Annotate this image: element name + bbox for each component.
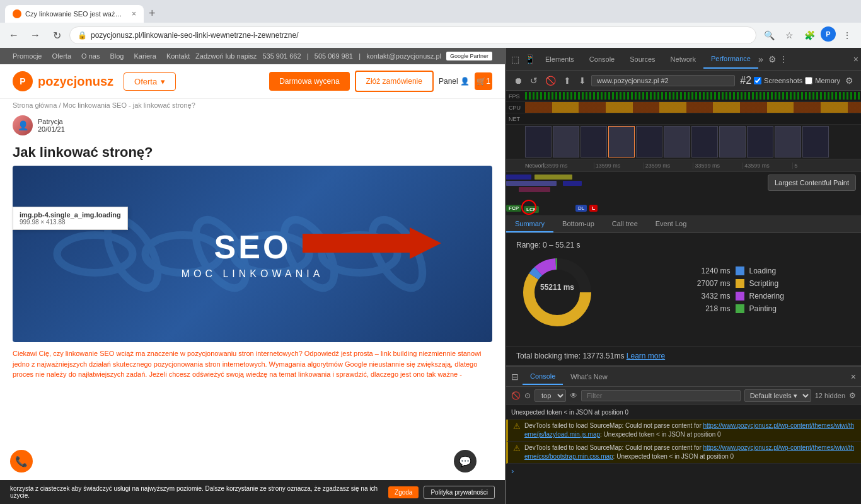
clear-button[interactable]: 🚫 <box>543 74 558 87</box>
zgoda-button[interactable]: Zgoda <box>388 486 419 498</box>
oferta-dropdown-button[interactable]: Oferta ▾ <box>124 72 176 91</box>
screenshot-10 <box>775 126 801 158</box>
topbar-link-promocje[interactable]: Promocje <box>13 52 42 60</box>
phone-float-button[interactable]: 📞 <box>10 450 33 472</box>
back-button[interactable]: ← <box>5 26 23 44</box>
topbar-link-oferta[interactable]: Oferta <box>52 52 71 60</box>
privacy-policy-button[interactable]: Polityka prywatności <box>424 486 495 499</box>
active-tab[interactable]: Czy linkowanie SEO jest ważne? × <box>5 5 144 23</box>
warn-icon-1: ⚠ <box>513 421 521 431</box>
summary-tab-summary[interactable]: Summary <box>506 216 553 232</box>
author-date: 20/01/21 <box>38 125 65 133</box>
tab-network[interactable]: Network <box>663 50 703 68</box>
bookmark-icon-button[interactable]: ☆ <box>780 26 798 44</box>
console-context-select[interactable]: top <box>535 389 566 402</box>
reload-record-button[interactable]: ↺ <box>528 74 540 87</box>
seo-sub-text: MOC LINKOWANIA <box>182 268 324 280</box>
summary-tab-bottom-up[interactable]: Bottom-up <box>553 216 603 232</box>
author-info: Patrycja 20/01/21 <box>38 118 65 133</box>
memory-label-text: Memory <box>815 77 840 84</box>
more-tabs-icon[interactable]: » <box>758 54 763 64</box>
devtools-close-button[interactable]: × <box>853 54 858 64</box>
ruler-13599: 13599 ms <box>594 163 644 169</box>
net-row: NET <box>506 113 861 125</box>
header-buttons: Darmowa wycena Złóż zamówienie Panel 👤 🛒… <box>269 71 492 92</box>
author-name: Patrycja <box>38 118 65 125</box>
console-close-button[interactable]: × <box>851 372 856 382</box>
tab-sources[interactable]: Sources <box>622 50 662 68</box>
devtools-inspect-icon[interactable]: ⬚ <box>509 52 522 67</box>
tab-performance[interactable]: Performance <box>703 50 758 69</box>
total-blocking-text: Total blocking time: 13773.51ms <box>516 352 624 360</box>
warning-2-link[interactable]: https://www.pozycjonusz.pl/wp-content/th… <box>524 444 854 460</box>
devtools-device-icon[interactable]: 📱 <box>522 52 538 67</box>
more-options-icon[interactable]: ⋮ <box>779 54 788 64</box>
console-tab-console[interactable]: Console <box>523 369 563 385</box>
main-area: Promocje Oferta O nas Blog Kariera Konta… <box>0 48 861 504</box>
topbar-link-onas[interactable]: O nas <box>81 52 100 60</box>
panel-button[interactable]: Panel 👤 <box>439 77 470 86</box>
lcp-tooltip-text: Largest Contentful Paint <box>775 179 849 186</box>
total-blocking-section: Total blocking time: 13773.51ms Learn mo… <box>506 346 861 365</box>
cpu-bar <box>525 102 861 113</box>
lock-icon: 🔒 <box>78 31 87 40</box>
cart-button[interactable]: 🛒 1 <box>475 72 492 90</box>
console-filter-icon[interactable]: ⊙ <box>524 391 531 400</box>
darmowa-wycena-button[interactable]: Darmowa wycena <box>269 72 349 91</box>
painting-ms: 218 ms <box>693 304 731 313</box>
console-expand-icon[interactable]: ⊟ <box>511 372 519 382</box>
donut-svg: 55211 ms <box>519 255 595 330</box>
tab-console[interactable]: Console <box>582 50 622 68</box>
summary-tab-call-tree[interactable]: Call tree <box>603 216 647 232</box>
console-filter-input[interactable] <box>581 390 741 401</box>
tab-close-button[interactable]: × <box>132 9 136 18</box>
msg-warning-1-text: DevTools failed to load SourceMap: Could… <box>524 421 856 439</box>
summary-tab-event-log[interactable]: Event Log <box>647 216 696 232</box>
extensions-icon-button[interactable]: 🧩 <box>800 26 818 44</box>
perf-settings-button[interactable]: ⚙ <box>843 74 856 87</box>
memory-checkbox[interactable] <box>805 77 812 84</box>
console-levels-select[interactable]: Default levels ▾ <box>744 389 811 402</box>
zloz-zamowienie-button[interactable]: Złóż zamówienie <box>355 71 434 92</box>
forward-button[interactable]: → <box>26 26 44 44</box>
upload-button[interactable]: ⬆ <box>561 74 574 87</box>
search-icon-button[interactable]: 🔍 <box>760 26 778 44</box>
perf-url-input[interactable] <box>591 75 735 86</box>
tab-elements[interactable]: Elements <box>538 50 582 68</box>
download-button[interactable]: ⬇ <box>576 74 589 87</box>
screenshot-5 <box>636 126 662 158</box>
address-bar[interactable]: 🔒 pozycjonusz.pl/linkowanie-seo-linki-we… <box>69 26 756 44</box>
profile-button[interactable]: P <box>821 26 836 42</box>
site-logo: P pozycjonusz <box>13 71 113 91</box>
msg-unexpected-text: Unexpected token < in JSON at position 0 <box>511 408 856 417</box>
console-clear-button[interactable]: 🚫 <box>511 391 521 400</box>
console-section: ⊟ Console What's New × 🚫 ⊙ top 👁 Default… <box>506 365 861 504</box>
console-msg-unexpected: Unexpected token < in JSON at position 0 <box>506 406 861 420</box>
warning-1-link[interactable]: https://www.pozycjonusz.pl/wp-content/th… <box>524 422 854 438</box>
screenshot-1 <box>525 126 552 158</box>
reload-button[interactable]: ↻ <box>48 26 66 44</box>
summary-left: Range: 0 – 55.21 s <box>516 241 675 338</box>
net-bar-5 <box>519 187 550 192</box>
lcp-circle <box>521 200 536 215</box>
new-tab-button[interactable]: + <box>144 4 161 23</box>
topbar-link-kariera[interactable]: Kariera <box>134 52 156 60</box>
settings-icon[interactable]: ⚙ <box>768 54 777 64</box>
red-arrow-indicator <box>303 224 441 265</box>
performance-toolbar: ⏺ ↺ 🚫 ⬆ ⬇ #2 Screenshots Memory ⚙ <box>506 71 861 91</box>
memory-checkbox-label: Memory <box>805 77 840 84</box>
record-button[interactable]: ⏺ <box>511 74 525 87</box>
console-msg-warning-2: ⚠ DevTools failed to load SourceMap: Cou… <box>506 442 861 464</box>
console-tab-whats-new[interactable]: What's New <box>563 369 615 384</box>
topbar-link-kontakt[interactable]: Kontakt <box>166 52 190 60</box>
console-settings-button[interactable]: ⚙ <box>849 391 856 400</box>
screenshots-checkbox[interactable] <box>754 77 761 84</box>
menu-button[interactable]: ⋮ <box>838 26 856 44</box>
breadcrumb: Strona główna / Moc linkowania SEO - jak… <box>0 99 505 112</box>
learn-more-link[interactable]: Learn more <box>627 352 665 360</box>
console-eye-icon[interactable]: 👁 <box>570 391 577 400</box>
network-label: Network <box>525 163 544 169</box>
topbar-link-blog[interactable]: Blog <box>110 52 124 60</box>
chat-float-button[interactable]: 💬 <box>454 450 477 472</box>
dl-marker: DL <box>575 205 587 212</box>
